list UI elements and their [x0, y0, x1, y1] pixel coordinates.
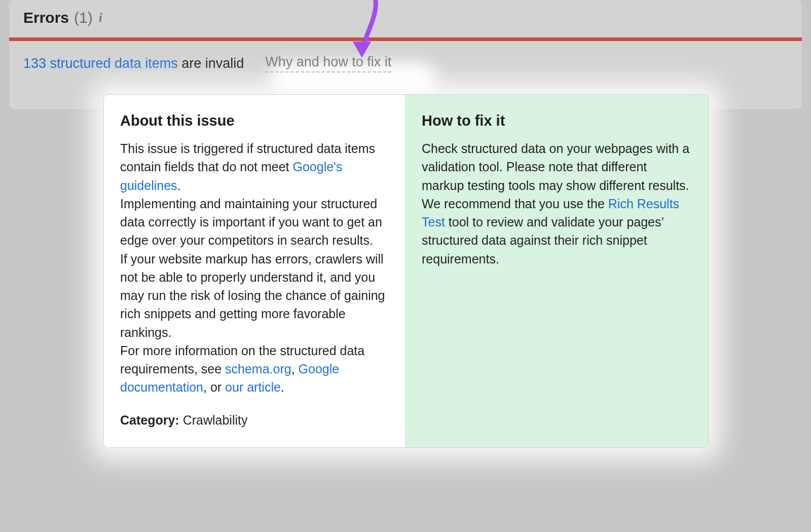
about-text: ,: [291, 362, 299, 376]
info-icon[interactable]: i: [99, 10, 102, 25]
our-article-link[interactable]: our article: [225, 380, 281, 394]
errors-header: Errors (1) i: [9, 9, 802, 37]
issue-details-popover: About this issue This issue is triggered…: [103, 94, 709, 448]
errors-label: Errors: [23, 9, 69, 26]
about-text: If your website markup has errors, crawl…: [120, 252, 385, 339]
errors-accent-bar: [9, 37, 802, 41]
issue-summary: 133 structured data items are invalid: [23, 56, 244, 71]
fix-text: tool to review and validate your pages’ …: [422, 215, 663, 266]
issue-category: Category: Crawlability: [120, 411, 389, 429]
about-text: Implementing and maintaining your struct…: [120, 197, 382, 248]
about-text: , or: [203, 380, 225, 394]
category-value: Crawlability: [179, 413, 248, 427]
fix-paragraph: Check structured data on your webpages w…: [422, 139, 692, 268]
about-text: .: [177, 178, 181, 193]
about-pane: About this issue This issue is triggered…: [104, 95, 406, 447]
issue-row: 133 structured data items are invalid Wh…: [9, 41, 802, 86]
issue-suffix: are invalid: [178, 56, 244, 71]
schema-org-link[interactable]: schema.org: [225, 362, 291, 376]
fix-text: Check structured data on your webpages w…: [422, 141, 689, 193]
about-text: .: [281, 380, 284, 394]
errors-count: (1): [74, 9, 93, 26]
fix-text: We recommend that you use the: [422, 197, 608, 211]
why-and-how-link[interactable]: Why and how to fix it: [265, 54, 391, 72]
fix-pane: How to fix it Check structured data on y…: [406, 95, 708, 447]
category-label: Category:: [120, 413, 179, 427]
issue-count-link[interactable]: 133 structured data items: [23, 56, 178, 71]
fix-title: How to fix it: [422, 110, 692, 131]
about-paragraph: This issue is triggered if structured da…: [120, 139, 389, 397]
errors-panel: Errors (1) i 133 structured data items a…: [9, 0, 802, 109]
about-title: About this issue: [120, 110, 389, 131]
